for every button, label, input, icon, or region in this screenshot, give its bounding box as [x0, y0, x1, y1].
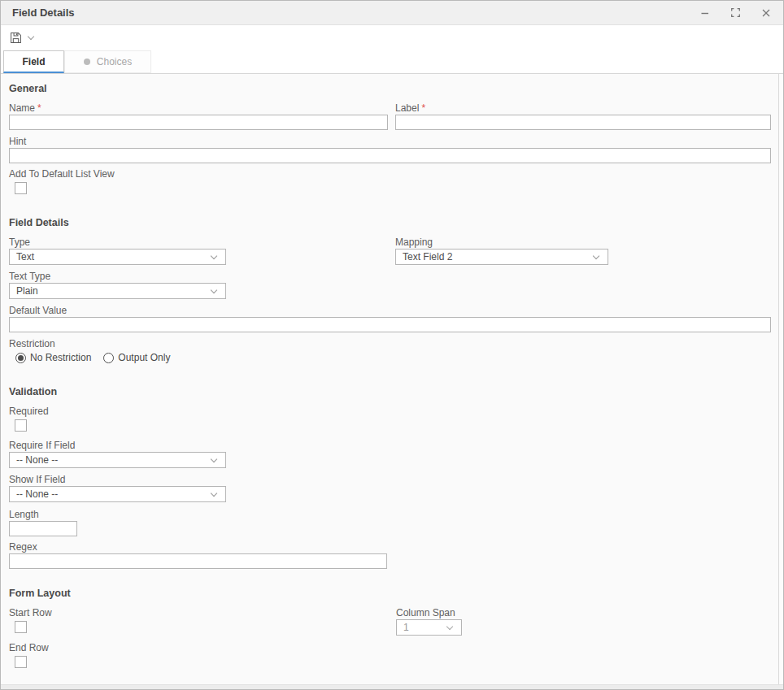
radio-selected-icon [15, 353, 26, 363]
regex-input[interactable] [9, 553, 387, 569]
type-label: Type [9, 237, 30, 248]
titlebar: Field Details [1, 1, 783, 25]
form-layout-section-heading: Form Layout [9, 588, 71, 599]
horizontal-scrollbar[interactable] [1, 684, 783, 689]
label-input[interactable] [395, 115, 771, 130]
require-if-field-label: Require If Field [9, 440, 75, 451]
require-if-field-select-value: -- None -- [16, 454, 58, 466]
show-if-field-select-value: -- None -- [16, 488, 58, 500]
no-restriction-radio[interactable]: No Restriction [15, 352, 91, 363]
choices-dot-icon [84, 59, 90, 65]
type-select[interactable]: Text [9, 249, 226, 265]
form-content: General Name* Label* Hint Add To Default… [1, 73, 780, 686]
start-row-checkbox[interactable] [15, 621, 27, 633]
mapping-select-value: Text Field 2 [403, 251, 452, 263]
field-details-window: Field Details Field [0, 0, 784, 690]
output-only-radio[interactable]: Output Only [103, 352, 170, 363]
show-if-field-select[interactable]: -- None -- [9, 486, 226, 502]
window-title: Field Details [12, 7, 75, 19]
length-input[interactable] [9, 521, 77, 536]
restore-button[interactable] [730, 7, 742, 19]
vertical-scrollbar[interactable] [778, 73, 783, 686]
hint-input[interactable] [9, 148, 771, 163]
require-if-field-select[interactable]: -- None -- [9, 452, 226, 468]
text-type-label: Text Type [9, 271, 50, 282]
text-type-select[interactable]: Plain [9, 283, 226, 299]
end-row-checkbox[interactable] [15, 656, 27, 668]
close-button[interactable] [760, 7, 772, 19]
close-icon [762, 9, 770, 17]
chevron-down-icon [211, 490, 217, 497]
save-menu-chevron-down-icon [28, 33, 34, 39]
mapping-select[interactable]: Text Field 2 [395, 249, 608, 265]
output-only-radio-label: Output Only [118, 352, 170, 363]
field-details-section-heading: Field Details [9, 217, 69, 228]
no-restriction-radio-label: No Restriction [30, 352, 91, 363]
chevron-down-icon [211, 253, 217, 259]
restriction-label: Restriction [9, 338, 55, 349]
regex-label: Regex [9, 541, 37, 553]
chevron-down-icon [593, 253, 599, 259]
chevron-down-icon [211, 456, 217, 462]
required-label: Required [9, 406, 49, 417]
save-icon [10, 32, 22, 44]
tabstrip: Field Choices [1, 50, 783, 73]
general-section-heading: General [9, 83, 47, 94]
column-span-select-value: 1 [403, 622, 409, 633]
add-to-default-list-view-label: Add To Default List View [9, 168, 115, 180]
end-row-label: End Row [9, 642, 49, 653]
tab-field-label: Field [22, 56, 45, 67]
required-asterisk: * [421, 102, 425, 114]
tab-choices[interactable]: Choices [64, 50, 151, 73]
text-type-select-value: Plain [16, 285, 38, 297]
name-input[interactable] [9, 115, 388, 130]
show-if-field-label: Show If Field [9, 474, 65, 485]
default-value-label: Default Value [9, 305, 67, 316]
toolbar [1, 26, 783, 50]
validation-section-heading: Validation [9, 386, 57, 397]
required-checkbox[interactable] [15, 419, 27, 432]
required-asterisk: * [37, 102, 41, 114]
type-select-value: Text [16, 251, 34, 263]
start-row-label: Start Row [9, 607, 52, 618]
radio-unselected-icon [103, 353, 114, 363]
default-value-input[interactable] [9, 317, 771, 332]
chevron-down-icon [446, 623, 453, 630]
save-button[interactable] [8, 30, 35, 46]
mapping-label: Mapping [395, 237, 433, 248]
minimize-icon [701, 9, 709, 17]
add-to-default-list-view-checkbox[interactable] [15, 182, 27, 194]
restore-icon [731, 8, 740, 17]
tab-choices-label: Choices [97, 56, 132, 67]
chevron-down-icon [211, 287, 217, 293]
label-label: Label* [395, 102, 425, 114]
tab-field[interactable]: Field [3, 50, 64, 73]
column-span-select[interactable]: 1 [396, 619, 462, 636]
hint-label: Hint [9, 136, 26, 147]
minimize-button[interactable] [699, 7, 711, 19]
restriction-radio-group: No Restriction Output Only [15, 352, 170, 363]
name-label: Name* [9, 102, 41, 114]
column-span-label: Column Span [396, 607, 455, 618]
length-label: Length [9, 509, 39, 520]
window-controls [699, 7, 772, 19]
